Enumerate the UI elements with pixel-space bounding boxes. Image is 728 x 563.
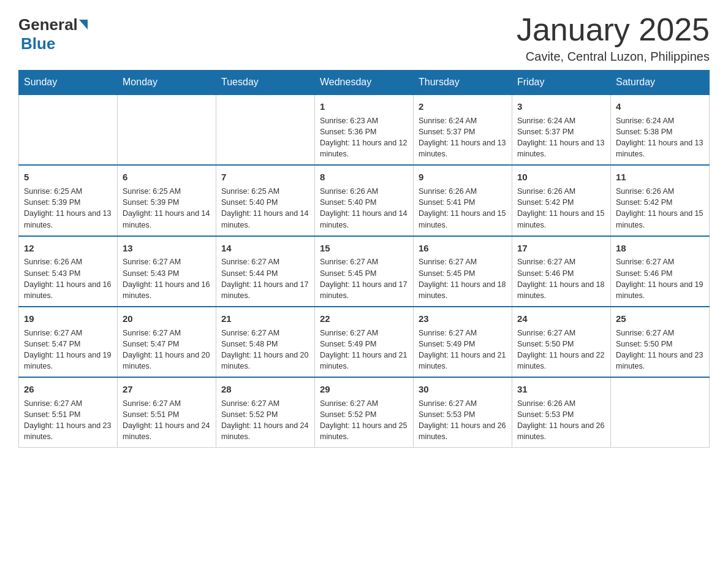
calendar-cell: 12Sunrise: 6:26 AMSunset: 5:43 PMDayligh… (19, 236, 118, 307)
day-number: 28 (221, 383, 309, 396)
day-info: Sunrise: 6:26 AMSunset: 5:42 PMDaylight:… (517, 186, 605, 231)
day-number: 14 (221, 242, 309, 255)
day-number: 15 (320, 242, 408, 255)
logo-general-text: General (18, 15, 78, 34)
day-number: 5 (24, 170, 112, 184)
calendar-cell: 30Sunrise: 6:27 AMSunset: 5:53 PMDayligh… (414, 377, 512, 448)
calendar-cell: 4Sunrise: 6:24 AMSunset: 5:38 PMDaylight… (611, 94, 710, 165)
day-info: Sunrise: 6:24 AMSunset: 5:37 PMDaylight:… (517, 115, 605, 160)
calendar-cell: 27Sunrise: 6:27 AMSunset: 5:51 PMDayligh… (118, 377, 216, 448)
day-info: Sunrise: 6:26 AMSunset: 5:42 PMDaylight:… (616, 186, 704, 231)
day-number: 13 (123, 242, 211, 255)
calendar-cell: 25Sunrise: 6:27 AMSunset: 5:50 PMDayligh… (611, 307, 710, 377)
week-row-5: 26Sunrise: 6:27 AMSunset: 5:51 PMDayligh… (19, 377, 710, 448)
day-number: 7 (221, 170, 309, 184)
calendar-cell: 6Sunrise: 6:25 AMSunset: 5:39 PMDaylight… (118, 165, 216, 236)
day-number: 2 (419, 100, 507, 113)
week-row-3: 12Sunrise: 6:26 AMSunset: 5:43 PMDayligh… (19, 236, 710, 307)
day-number: 1 (320, 100, 408, 113)
calendar-cell: 5Sunrise: 6:25 AMSunset: 5:39 PMDaylight… (19, 165, 118, 236)
day-number: 18 (616, 242, 704, 255)
calendar-cell: 2Sunrise: 6:24 AMSunset: 5:37 PMDaylight… (414, 94, 512, 165)
calendar-cell: 31Sunrise: 6:26 AMSunset: 5:53 PMDayligh… (512, 377, 611, 448)
day-number: 12 (24, 242, 112, 255)
calendar-cell: 9Sunrise: 6:26 AMSunset: 5:41 PMDaylight… (414, 165, 512, 236)
day-info: Sunrise: 6:27 AMSunset: 5:48 PMDaylight:… (221, 327, 309, 372)
column-header-thursday: Thursday (414, 71, 512, 95)
title-area: January 2025 Cavite, Central Luzon, Phil… (517, 12, 710, 64)
day-number: 6 (123, 170, 211, 184)
day-number: 19 (24, 312, 112, 326)
day-info: Sunrise: 6:25 AMSunset: 5:39 PMDaylight:… (123, 186, 211, 231)
calendar-cell (216, 94, 315, 165)
calendar-cell: 19Sunrise: 6:27 AMSunset: 5:47 PMDayligh… (19, 307, 118, 377)
column-header-wednesday: Wednesday (315, 71, 414, 95)
day-number: 3 (517, 100, 605, 113)
calendar-cell: 24Sunrise: 6:27 AMSunset: 5:50 PMDayligh… (512, 307, 611, 377)
day-info: Sunrise: 6:27 AMSunset: 5:45 PMDaylight:… (320, 256, 408, 301)
day-number: 10 (517, 170, 605, 184)
calendar-cell: 26Sunrise: 6:27 AMSunset: 5:51 PMDayligh… (19, 377, 118, 448)
column-header-monday: Monday (118, 71, 216, 95)
day-info: Sunrise: 6:24 AMSunset: 5:38 PMDaylight:… (616, 115, 704, 160)
week-row-2: 5Sunrise: 6:25 AMSunset: 5:39 PMDaylight… (19, 165, 710, 236)
calendar-cell (118, 94, 216, 165)
calendar-cell (611, 377, 710, 448)
day-number: 25 (616, 312, 704, 326)
logo: General Blue (18, 15, 88, 53)
calendar-cell: 10Sunrise: 6:26 AMSunset: 5:42 PMDayligh… (512, 165, 611, 236)
day-number: 23 (419, 312, 507, 326)
day-number: 17 (517, 242, 605, 255)
page-header: General Blue January 2025 Cavite, Centra… (18, 12, 710, 64)
day-info: Sunrise: 6:26 AMSunset: 5:43 PMDaylight:… (24, 256, 112, 301)
calendar-cell: 18Sunrise: 6:27 AMSunset: 5:46 PMDayligh… (611, 236, 710, 307)
day-info: Sunrise: 6:27 AMSunset: 5:47 PMDaylight:… (123, 327, 211, 372)
column-header-friday: Friday (512, 71, 611, 95)
calendar-cell: 7Sunrise: 6:25 AMSunset: 5:40 PMDaylight… (216, 165, 315, 236)
calendar-cell: 14Sunrise: 6:27 AMSunset: 5:44 PMDayligh… (216, 236, 315, 307)
day-info: Sunrise: 6:24 AMSunset: 5:37 PMDaylight:… (419, 115, 507, 160)
day-number: 16 (419, 242, 507, 255)
calendar-cell: 21Sunrise: 6:27 AMSunset: 5:48 PMDayligh… (216, 307, 315, 377)
day-info: Sunrise: 6:27 AMSunset: 5:46 PMDaylight:… (517, 256, 605, 301)
day-info: Sunrise: 6:26 AMSunset: 5:41 PMDaylight:… (419, 186, 507, 231)
day-info: Sunrise: 6:27 AMSunset: 5:46 PMDaylight:… (616, 256, 704, 301)
day-number: 11 (616, 170, 704, 184)
day-info: Sunrise: 6:27 AMSunset: 5:51 PMDaylight:… (24, 398, 112, 443)
calendar-cell (19, 94, 118, 165)
day-info: Sunrise: 6:27 AMSunset: 5:47 PMDaylight:… (24, 327, 112, 372)
calendar-header-row: SundayMondayTuesdayWednesdayThursdayFrid… (19, 71, 710, 95)
month-year-title: January 2025 (517, 12, 710, 47)
day-info: Sunrise: 6:27 AMSunset: 5:50 PMDaylight:… (517, 327, 605, 372)
calendar-cell: 3Sunrise: 6:24 AMSunset: 5:37 PMDaylight… (512, 94, 611, 165)
logo-arrow-icon (79, 20, 88, 29)
day-info: Sunrise: 6:27 AMSunset: 5:52 PMDaylight:… (320, 398, 408, 443)
calendar-cell: 16Sunrise: 6:27 AMSunset: 5:45 PMDayligh… (414, 236, 512, 307)
day-number: 21 (221, 312, 309, 326)
calendar-cell: 20Sunrise: 6:27 AMSunset: 5:47 PMDayligh… (118, 307, 216, 377)
column-header-tuesday: Tuesday (216, 71, 315, 95)
calendar-cell: 11Sunrise: 6:26 AMSunset: 5:42 PMDayligh… (611, 165, 710, 236)
day-number: 24 (517, 312, 605, 326)
day-info: Sunrise: 6:25 AMSunset: 5:40 PMDaylight:… (221, 186, 309, 231)
week-row-1: 1Sunrise: 6:23 AMSunset: 5:36 PMDaylight… (19, 94, 710, 165)
column-header-sunday: Sunday (19, 71, 118, 95)
day-info: Sunrise: 6:25 AMSunset: 5:39 PMDaylight:… (24, 186, 112, 231)
calendar-cell: 1Sunrise: 6:23 AMSunset: 5:36 PMDaylight… (315, 94, 414, 165)
day-info: Sunrise: 6:26 AMSunset: 5:40 PMDaylight:… (320, 186, 408, 231)
day-number: 26 (24, 383, 112, 396)
day-number: 31 (517, 383, 605, 396)
calendar-cell: 13Sunrise: 6:27 AMSunset: 5:43 PMDayligh… (118, 236, 216, 307)
day-number: 27 (123, 383, 211, 396)
column-header-saturday: Saturday (611, 71, 710, 95)
day-number: 29 (320, 383, 408, 396)
day-info: Sunrise: 6:27 AMSunset: 5:52 PMDaylight:… (221, 398, 309, 443)
day-info: Sunrise: 6:27 AMSunset: 5:44 PMDaylight:… (221, 256, 309, 301)
day-info: Sunrise: 6:27 AMSunset: 5:45 PMDaylight:… (419, 256, 507, 301)
day-info: Sunrise: 6:27 AMSunset: 5:49 PMDaylight:… (419, 327, 507, 372)
calendar-cell: 23Sunrise: 6:27 AMSunset: 5:49 PMDayligh… (414, 307, 512, 377)
day-info: Sunrise: 6:26 AMSunset: 5:53 PMDaylight:… (517, 398, 605, 443)
day-info: Sunrise: 6:23 AMSunset: 5:36 PMDaylight:… (320, 115, 408, 160)
day-number: 4 (616, 100, 704, 113)
logo-blue-text: Blue (21, 34, 55, 53)
